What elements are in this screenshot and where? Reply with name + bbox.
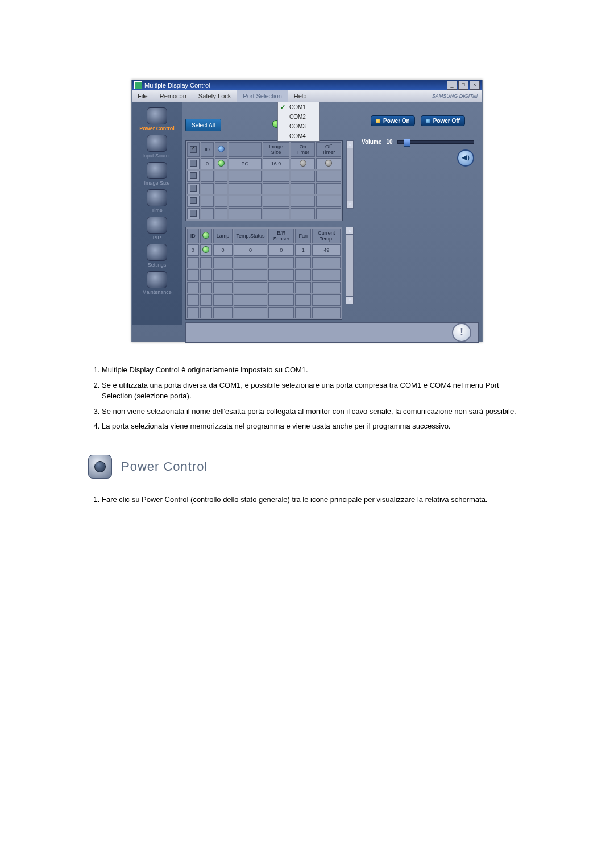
table-row-empty — [187, 282, 341, 293]
info-icon[interactable]: ! — [452, 323, 471, 342]
menu-remocon[interactable]: Remocon — [154, 90, 193, 102]
sidebar-label: Maintenance — [142, 289, 172, 295]
titlebar: Multiple Display Control _ □ × — [132, 80, 482, 90]
col-on-timer: On Timer — [291, 142, 315, 157]
col-lamp: Lamp — [213, 229, 233, 243]
document-body: Multiple Display Control è originariamen… — [88, 365, 526, 505]
scroll-up-icon[interactable]: ▲ — [347, 141, 353, 148]
power-on-led-icon — [376, 119, 380, 123]
sidebar-item-settings[interactable]: Settings — [147, 244, 167, 268]
volume-slider[interactable] — [397, 140, 474, 144]
col-br-senser: B/R Senser — [268, 229, 294, 243]
table-row-empty — [187, 171, 341, 182]
list-item: Multiple Display Control è originariamen… — [102, 365, 526, 376]
display-table[interactable]: ID Image Size On Timer Off Timer 0 — [185, 140, 343, 221]
scroll-down-icon[interactable]: ▼ — [347, 201, 353, 208]
menu-safety-lock[interactable]: Safety Lock — [193, 90, 237, 102]
instruction-list-1: Multiple Display Control è originariamen… — [88, 365, 526, 432]
row-checkbox[interactable] — [190, 160, 197, 167]
menu-file[interactable]: File — [132, 90, 154, 102]
sidebar-item-input-source[interactable]: Input Source — [142, 135, 171, 159]
volume-value: 10 — [386, 139, 392, 145]
grid2-scrollbar[interactable]: ▲ ▼ — [346, 227, 354, 304]
table-row[interactable]: 0 0 0 0 1 49 — [187, 244, 341, 256]
window-controls: _ □ × — [447, 81, 480, 90]
off-timer-led-icon — [325, 160, 332, 167]
volume-slider-thumb[interactable] — [404, 139, 410, 147]
row-checkbox[interactable] — [190, 185, 197, 192]
port-option-com3[interactable]: COM3 — [278, 122, 319, 131]
header-status-led-icon — [218, 146, 225, 152]
cell-temp-status: 0 — [234, 244, 268, 256]
header-checkbox[interactable] — [190, 146, 197, 153]
sidebar-item-time[interactable]: Time — [147, 189, 167, 213]
right-panel: Power On Power Off Volume 10 — [357, 105, 479, 320]
port-option-com2[interactable]: COM2 — [278, 112, 319, 122]
speaker-icon[interactable]: ◀) — [457, 149, 474, 167]
port-selection-dropdown[interactable]: COM1 COM2 COM3 COM4 — [277, 102, 320, 142]
settings-icon — [147, 244, 167, 261]
power-off-label: Power Off — [433, 118, 460, 124]
row-checkbox[interactable] — [190, 197, 197, 204]
table-row-empty — [187, 196, 341, 207]
port-option-com1[interactable]: COM1 — [278, 102, 319, 112]
row-checkbox[interactable] — [190, 210, 197, 217]
status-header-led-icon — [202, 232, 209, 239]
sidebar-item-image-size[interactable]: Image Size — [144, 162, 169, 186]
power-on-button[interactable]: Power On — [371, 115, 415, 126]
sidebar-item-power-control[interactable]: Power Control — [139, 107, 175, 131]
power-off-led-icon — [426, 119, 430, 123]
maintenance-icon — [147, 271, 167, 288]
image-size-icon — [147, 162, 167, 179]
col-off-timer: Off Timer — [316, 142, 341, 157]
list-item: Se è utilizzata una porta diversa da COM… — [102, 380, 526, 402]
scroll-down-icon[interactable]: ▼ — [346, 296, 353, 304]
cell-source: PC — [229, 158, 262, 169]
select-all-button[interactable]: Select All — [185, 119, 221, 131]
section-heading: Power Control — [88, 455, 526, 479]
sidebar-label: Input Source — [142, 153, 171, 159]
col-fan: Fan — [295, 229, 311, 243]
sidebar-item-maintenance[interactable]: Maintenance — [142, 271, 172, 295]
row-checkbox[interactable] — [190, 172, 197, 179]
table-header: ID Lamp Temp.Status B/R Senser Fan Curre… — [187, 229, 341, 243]
col-id: ID — [201, 142, 213, 157]
cell-image-size: 16:9 — [263, 158, 290, 169]
cell-id: 0 — [187, 244, 199, 256]
cell-fan: 1 — [295, 244, 311, 256]
menu-port-selection[interactable]: Port Selection — [237, 90, 288, 102]
instruction-list-2: Fare clic su Power Control (controllo de… — [88, 495, 526, 505]
app-window: Multiple Display Control _ □ × File Remo… — [131, 80, 483, 342]
row-status-led-icon — [218, 160, 225, 167]
status-table[interactable]: ID Lamp Temp.Status B/R Senser Fan Curre… — [185, 227, 342, 320]
table-row[interactable]: 0 PC 16:9 — [187, 158, 341, 169]
cell-br-senser: 0 — [268, 244, 294, 256]
scroll-up-icon[interactable]: ▲ — [346, 227, 353, 235]
table-row-empty — [187, 208, 341, 219]
table-row-empty — [187, 257, 341, 268]
sidebar-label: Time — [151, 207, 163, 213]
list-item: Se non viene selezionata il nome dell'es… — [102, 406, 526, 417]
row-status-led-icon — [202, 246, 209, 253]
sidebar-item-pip[interactable]: PIP — [147, 217, 167, 240]
table-row-empty — [187, 269, 341, 281]
table-row-empty — [187, 183, 341, 194]
close-button[interactable]: × — [470, 81, 480, 90]
time-icon — [147, 189, 167, 206]
pip-icon — [147, 217, 167, 234]
grid1-scrollbar[interactable]: ▲ ▼ — [346, 140, 354, 209]
menu-help[interactable]: Help — [288, 90, 313, 102]
col-image-size: Image Size — [263, 142, 290, 157]
app-icon — [134, 81, 142, 89]
port-option-com4[interactable]: COM4 — [278, 131, 319, 141]
list-item: La porta selezionata viene memorizzata n… — [102, 421, 526, 432]
power-control-section-icon — [88, 455, 112, 479]
status-grid: ID Lamp Temp.Status B/R Senser Fan Curre… — [185, 227, 354, 320]
cell-lamp: 0 — [213, 244, 233, 256]
display-grid: ID Image Size On Timer Off Timer 0 — [185, 140, 354, 221]
window-title: Multiple Display Control — [144, 82, 210, 89]
maximize-button[interactable]: □ — [458, 81, 468, 90]
cell-current-temp: 49 — [312, 244, 341, 256]
power-off-button[interactable]: Power Off — [421, 115, 465, 126]
minimize-button[interactable]: _ — [447, 81, 457, 90]
